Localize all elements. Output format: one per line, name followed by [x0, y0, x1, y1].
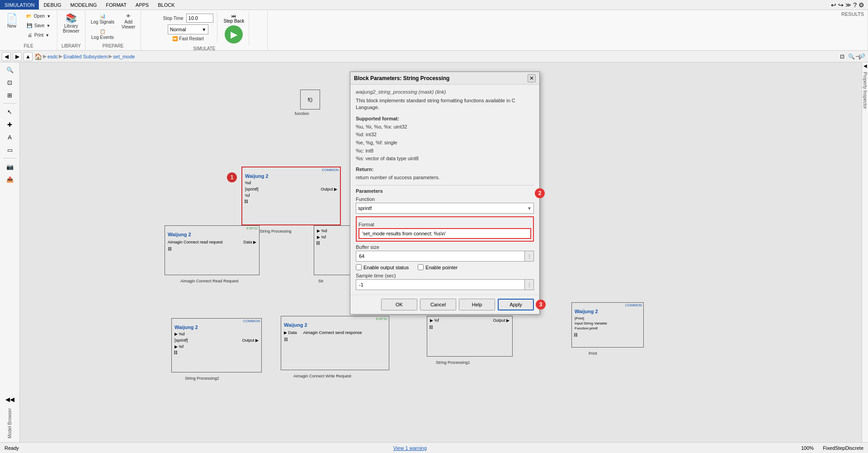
fast-restart-icon: ⏩ — [172, 36, 178, 41]
sample-time-stepper[interactable]: ⋮ — [525, 279, 534, 290]
format-input[interactable] — [359, 228, 531, 239]
stop-time-input[interactable] — [186, 14, 213, 23]
fit-view-button[interactable]: ⊡ — [839, 52, 845, 61]
print-button[interactable]: 🖨 Print ▼ — [23, 31, 54, 39]
add-viewer-button[interactable]: 👁 Add Viewer — [119, 12, 138, 31]
save-icon: 💾 — [27, 23, 32, 28]
left-sidebar: 🔍 ⊡ ⊞ ↖ ✚ A ▭ 📷 📤 ◀◀ Model Browser — [0, 62, 20, 442]
settings-icon[interactable]: ⚙ — [859, 1, 864, 9]
right-panel: ◀ Property Inspector — [862, 62, 868, 442]
normal-dropdown[interactable]: Normal ▼ — [168, 24, 208, 34]
dialog-title: Block Parameters: String Processing — [354, 75, 449, 81]
menu-format[interactable]: FORMAT — [101, 0, 131, 10]
ribbon-library-group: 📚 Library Browser LIBRARY — [57, 10, 85, 50]
model-browser-label[interactable]: Model Browser — [6, 406, 13, 440]
dialog-description: This block implements standard string fo… — [356, 97, 534, 111]
log-events-button[interactable]: 📋 Log Events — [89, 27, 117, 42]
buffer-size-stepper[interactable]: ⋮ — [525, 251, 534, 262]
sample-time-label: Sample time (sec) — [356, 273, 534, 278]
simulate-controls: Stop Time Normal ▼ ⏩ Fast Restart — [160, 12, 217, 43]
badge-3: 3 — [536, 300, 546, 310]
ribbon-prepare-group: 📊 Log Signals 📋 Log Events 👁 Add Viewer … — [85, 10, 142, 50]
sample-time-field: ⋮ — [356, 279, 534, 290]
status-solver: FixedStepDiscrete — [823, 445, 863, 451]
cancel-button[interactable]: Cancel — [420, 299, 456, 310]
run-button[interactable]: ▶ — [225, 25, 243, 43]
back-button[interactable]: ◀ — [2, 52, 11, 61]
help-button[interactable]: Help — [459, 299, 495, 310]
fast-restart-button[interactable]: ⏩ Fast Restart — [172, 36, 203, 41]
menu-modeling[interactable]: MODELING — [66, 0, 102, 10]
run-section: ⏮ Step Back ▶ — [219, 12, 250, 45]
return-value: return number of success parameters. — [356, 174, 534, 182]
sidebar-divider-2 — [3, 158, 17, 158]
results-panel: RESULTS — [268, 10, 868, 50]
enable-pointer-checkbox[interactable]: Enable pointer — [418, 264, 458, 270]
help-icon[interactable]: ? — [853, 1, 857, 9]
function-dropdown[interactable]: sprintf ▼ — [356, 203, 534, 214]
new-button[interactable]: 📄 New — [3, 12, 21, 30]
zoom-fit-btn[interactable]: ⊡ — [2, 77, 18, 88]
new-icon: 📄 — [6, 14, 18, 23]
log-signals-button[interactable]: 📊 Log Signals — [88, 12, 117, 26]
menu-debug[interactable]: DEBUG — [39, 0, 66, 10]
export-btn[interactable]: 📤 — [2, 174, 18, 185]
ok-button[interactable]: OK — [381, 299, 417, 310]
breadcrumb-row: ◀ ▶ ▲ 🏠 ▶ esdc ▶ Enabled Subsystem ▶ set… — [0, 51, 868, 62]
text-tool-btn[interactable]: A — [2, 132, 18, 143]
screenshot-btn[interactable]: 📷 — [2, 161, 18, 172]
sidebar-divider-1 — [3, 103, 17, 104]
status-warning[interactable]: View 1 warning — [393, 445, 427, 451]
breadcrumb-subsystem[interactable]: Enabled Subsystem — [63, 54, 108, 59]
buffer-size-input[interactable] — [356, 251, 525, 262]
buffer-size-label: Buffer size — [356, 244, 534, 250]
step-back-button[interactable]: ⏮ Step Back — [224, 14, 245, 24]
step-back-icon: ⏮ — [231, 14, 236, 19]
log-signals-icon: 📊 — [100, 14, 105, 19]
undo-icon[interactable]: ↩ — [831, 1, 836, 9]
ribbon-simulate-group: Stop Time Normal ▼ ⏩ Fast Restart ⏮ — [141, 10, 268, 50]
area-tool-btn[interactable]: ▭ — [2, 144, 18, 155]
format-section: Format 2 — [356, 216, 534, 242]
block-parameters-dialog: Block Parameters: String Processing ✕ wa… — [350, 72, 540, 315]
pointer-check[interactable] — [418, 264, 424, 270]
collapse-sidebar-btn[interactable]: ◀◀ — [2, 394, 18, 405]
badge-2: 2 — [535, 188, 545, 198]
save-button[interactable]: 💾 Save ▼ — [23, 21, 54, 30]
dialog-body: waijung2_string_processing (mask) (link)… — [350, 85, 539, 295]
arrow-tool-btn[interactable]: ↖ — [2, 106, 18, 117]
up-button[interactable]: ▲ — [24, 52, 33, 61]
breadcrumb: 🏠 ▶ esdc ▶ Enabled Subsystem ▶ set_mode — [34, 53, 135, 60]
buffer-size-field: ⋮ — [356, 251, 534, 262]
library-browser-button[interactable]: 📚 Library Browser — [60, 12, 82, 35]
open-button[interactable]: 📂 Open ▼ — [23, 12, 54, 20]
forward-button[interactable]: ▶ — [13, 52, 22, 61]
sample-time-input[interactable] — [356, 279, 525, 290]
redo-icon[interactable]: ↪ — [838, 1, 844, 9]
zoom-in-btn[interactable]: 🔍 — [2, 64, 18, 75]
open-icon: 📂 — [26, 14, 32, 19]
dialog-close-button[interactable]: ✕ — [528, 74, 536, 82]
zoom-100-btn[interactable]: ⊞ — [2, 90, 18, 100]
dialog-subtitle: waijung2_string_processing (mask) (link) — [356, 89, 534, 95]
apply-button[interactable]: Apply — [498, 299, 534, 310]
return-label: Return: — [356, 167, 534, 172]
canvas-area[interactable]: f() function 1 COMMON Waijung 2 %d [spri… — [20, 62, 862, 442]
sidebar-collapse-button[interactable]: ⊣ — [854, 52, 861, 61]
menu-block[interactable]: BLOCK — [153, 0, 179, 10]
menu-simulation[interactable]: SIMULATION — [0, 0, 39, 10]
status-bar: Ready View 1 warning 100% FixedStepDiscr… — [0, 442, 868, 453]
menu-apps[interactable]: APPS — [131, 0, 153, 10]
overflow-icon[interactable]: ≫ — [845, 2, 851, 8]
output-status-check[interactable] — [356, 264, 362, 270]
supported-format-label: Supported format: — [356, 116, 534, 121]
status-ready: Ready — [5, 445, 19, 451]
connect-tool-btn[interactable]: ✚ — [2, 119, 18, 130]
dialog-formats: %u, %i, %o, %x: uint32 %d: int32 %e, %g,… — [356, 123, 534, 163]
checkbox-row: Enable output status Enable pointer — [356, 264, 534, 270]
breadcrumb-set-mode[interactable]: set_mode — [113, 54, 135, 59]
enable-output-status-checkbox[interactable]: Enable output status — [356, 264, 409, 270]
library-icon: 📚 — [66, 14, 77, 23]
breadcrumb-esdc[interactable]: esdc — [47, 54, 58, 59]
right-panel-toggle[interactable]: ◀ — [863, 63, 867, 68]
